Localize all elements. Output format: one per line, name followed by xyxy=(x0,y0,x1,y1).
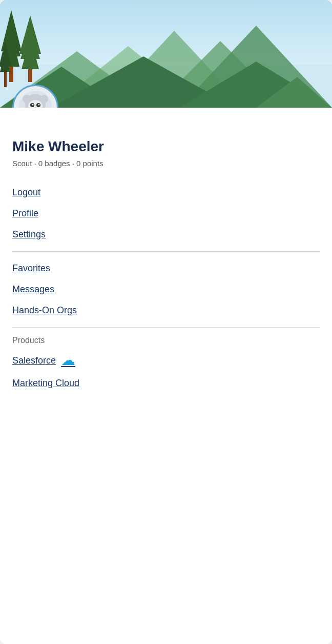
salesforce-label: Salesforce xyxy=(12,355,56,366)
salesforce-link[interactable]: Salesforce ☁ xyxy=(12,348,320,373)
user-name: Mike Wheeler xyxy=(12,138,320,155)
profile-link[interactable]: Profile xyxy=(12,203,320,224)
salesforce-cloud-icon: ☁ xyxy=(61,353,75,368)
svg-point-28 xyxy=(38,104,40,106)
messages-link[interactable]: Messages xyxy=(12,279,320,300)
svg-point-27 xyxy=(32,104,34,106)
account-section: Logout Profile Settings xyxy=(12,182,320,245)
settings-link[interactable]: Settings xyxy=(12,224,320,245)
logout-link[interactable]: Logout xyxy=(12,182,320,203)
menu-content: Mike Wheeler Scout · 0 badges · 0 points… xyxy=(0,108,332,410)
svg-point-22 xyxy=(23,95,31,103)
marketing-cloud-link[interactable]: Marketing Cloud xyxy=(12,373,320,394)
divider-2 xyxy=(12,327,320,328)
products-section: Products Salesforce ☁ Marketing Cloud xyxy=(12,336,320,394)
user-stats: Scout · 0 badges · 0 points xyxy=(12,159,320,168)
favorites-link[interactable]: Favorites xyxy=(12,258,320,279)
products-label: Products xyxy=(12,336,320,345)
svg-point-23 xyxy=(40,95,48,103)
avatar-image xyxy=(17,90,53,108)
divider-1 xyxy=(12,251,320,252)
activity-section: Favorites Messages Hands-On Orgs xyxy=(12,258,320,321)
hands-on-orgs-link[interactable]: Hands-On Orgs xyxy=(12,300,320,321)
hero-banner xyxy=(0,0,332,108)
user-menu-panel: Mike Wheeler Scout · 0 badges · 0 points… xyxy=(0,0,332,644)
